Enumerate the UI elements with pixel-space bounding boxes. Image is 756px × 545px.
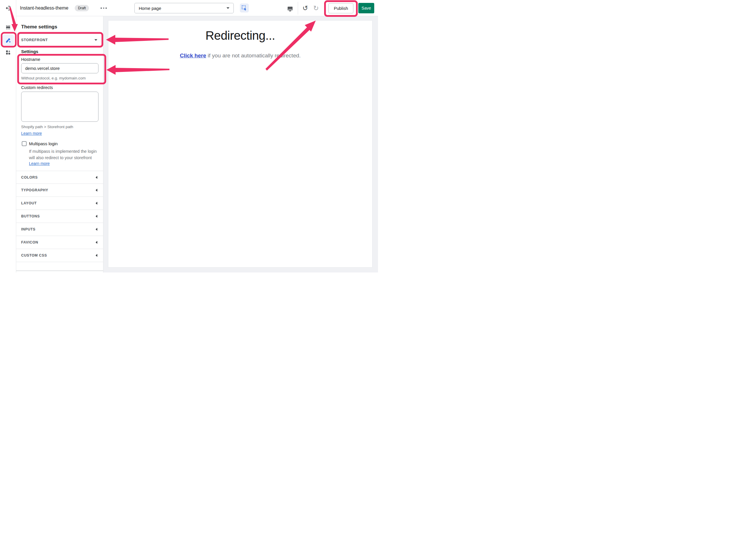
custom-redirects-textarea[interactable]	[21, 92, 98, 122]
collapsed-caret-icon	[96, 215, 97, 218]
sidebar-section-row[interactable]: COLORS	[16, 171, 103, 184]
sidebar-section-label: LAYOUT	[21, 201, 96, 205]
collapsed-sections-list: COLORSTYPOGRAPHYLAYOUTBUTTONSINPUTSFAVIC…	[16, 171, 103, 262]
hostname-helper-text: Without protocol, e.g. mydomain.com	[21, 76, 86, 80]
theme-settings-sidebar: Theme settings STOREFRONT Settings Hostn…	[16, 16, 103, 272]
rail-item-theme-settings[interactable]	[2, 34, 14, 46]
sidebar-section-row[interactable]: CUSTOM CSS	[16, 249, 103, 262]
desktop-monitor-icon	[287, 6, 293, 12]
custom-redirects-helper-text: Shopify path > Storefront path	[21, 125, 73, 129]
storefront-preview-panel: Redirecting... Click here if you are not…	[108, 20, 372, 267]
multipass-label: Multipass login	[29, 141, 58, 146]
sidebar-section-label: CUSTOM CSS	[21, 253, 96, 257]
redo-icon: ↻	[313, 4, 319, 12]
sections-icon	[5, 24, 11, 30]
exit-door-arrow-icon	[5, 5, 11, 11]
rail-item-sections[interactable]	[5, 24, 11, 30]
title-group: Instant-headless-theme Draft	[20, 0, 109, 16]
custom-redirects-label: Custom redirects	[21, 85, 53, 90]
storefront-section-label: STOREFRONT	[21, 38, 94, 42]
sidebar-bottom-divider	[16, 270, 103, 271]
left-icon-rail	[0, 0, 16, 272]
sidebar-section-row[interactable]: TYPOGRAPHY	[16, 184, 103, 197]
publish-button[interactable]: Publish	[328, 3, 353, 13]
paintbrush-icon	[5, 37, 11, 43]
page-selector-dropdown[interactable]: Home page	[134, 3, 234, 13]
more-options-button[interactable]	[99, 6, 109, 11]
multipass-learn-more-link[interactable]: Learn more	[29, 161, 50, 166]
inspect-select-tool-button[interactable]	[240, 3, 249, 12]
toolbar-divider	[298, 2, 298, 14]
redirect-message: Click here if you are not automatically …	[108, 52, 372, 59]
sidebar-section-label: BUTTONS	[21, 214, 96, 218]
sidebar-section-label: COLORS	[21, 175, 96, 179]
sidebar-section-row[interactable]: INPUTS	[16, 223, 103, 236]
collapsed-caret-icon	[96, 228, 97, 231]
sidebar-section-row[interactable]: FAVICON	[16, 236, 103, 249]
status-badge: Draft	[75, 5, 89, 11]
storefront-section-header[interactable]: STOREFRONT	[16, 34, 103, 46]
settings-heading: Settings	[21, 49, 38, 54]
sidebar-title: Theme settings	[21, 24, 57, 30]
rail-item-apps[interactable]	[5, 50, 11, 55]
collapsed-caret-icon	[96, 254, 97, 257]
exit-editor-button[interactable]	[5, 5, 11, 11]
chevron-down-icon	[94, 39, 97, 41]
sidebar-section-label: FAVICON	[21, 240, 96, 244]
undo-icon: ↺	[302, 4, 308, 12]
device-preview-button[interactable]	[286, 5, 294, 13]
multipass-description: If multipass is implemented the login wi…	[29, 148, 98, 161]
sidebar-section-label: TYPOGRAPHY	[21, 188, 96, 192]
multipass-description-line: If multipass is implemented the login	[29, 148, 98, 154]
chevron-down-icon	[227, 7, 229, 9]
collapsed-caret-icon	[96, 176, 97, 179]
dot-icon	[103, 8, 105, 9]
theme-name: Instant-headless-theme	[20, 6, 68, 11]
dot-icon	[101, 8, 102, 9]
save-button[interactable]: Save	[358, 3, 374, 13]
collapsed-caret-icon	[96, 202, 97, 205]
hostname-label: Hostname	[21, 57, 40, 62]
apps-grid-plus-icon	[5, 50, 11, 55]
multipass-checkbox[interactable]	[22, 141, 27, 146]
multipass-description-line: will also redirect to your storefront	[29, 154, 98, 161]
dot-icon	[105, 8, 107, 9]
click-here-link[interactable]: Click here	[180, 52, 206, 59]
redo-button[interactable]: ↻	[312, 4, 320, 12]
preview-canvas: Redirecting... Click here if you are not…	[103, 16, 378, 272]
undo-button[interactable]: ↺	[302, 4, 309, 12]
sidebar-section-row[interactable]: LAYOUT	[16, 197, 103, 210]
sidebar-section-row[interactable]: BUTTONS	[16, 210, 103, 223]
selection-cursor-icon	[242, 5, 247, 11]
sidebar-section-label: INPUTS	[21, 227, 96, 231]
collapsed-caret-icon	[96, 189, 97, 192]
collapsed-caret-icon	[96, 241, 97, 244]
top-bar: Instant-headless-theme Draft Home page ↺	[16, 0, 378, 16]
custom-redirects-learn-more-link[interactable]: Learn more	[21, 131, 42, 136]
redirecting-heading: Redirecting...	[108, 29, 372, 43]
theme-editor-app: Instant-headless-theme Draft Home page ↺	[0, 0, 378, 272]
hostname-input[interactable]	[21, 63, 98, 73]
redirect-message-text: if you are not automatically redirected.	[206, 52, 301, 59]
page-selector-value: Home page	[139, 6, 227, 11]
